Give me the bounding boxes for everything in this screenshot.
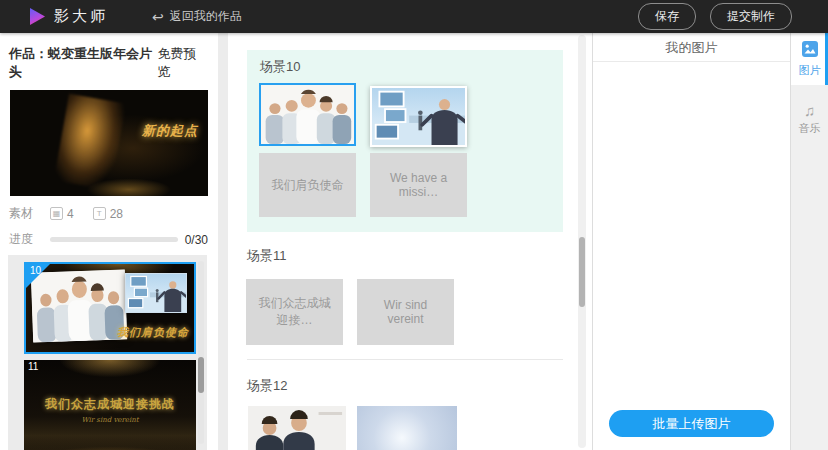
project-sidebar: 作品：蜕变重生版年会片头 免费预览 新的起点 素材 ▦ 4 T 28 进度 0/…: [0, 33, 218, 450]
thumbnail-caption: 我们众志成城迎接挑战: [24, 396, 196, 413]
scene-10-title: 场景10: [260, 58, 300, 76]
free-preview-link[interactable]: 免费预览: [158, 45, 208, 81]
scene-thumbnail-11[interactable]: 11 我们众志成城迎接挑战 Wir sind vereint: [24, 360, 196, 450]
text-count-icon: T: [93, 207, 106, 220]
app-window: 影大师 ↩ 返回我的作品 保存 提交制作 作品：蜕变重生版年会片头 免费预览 新…: [0, 0, 828, 450]
asset-tab-rail: 图片 ♫ 音乐: [790, 33, 828, 450]
project-header: 作品：蜕变重生版年会片头 免费预览: [0, 33, 218, 90]
app-title: 影大师: [54, 7, 108, 26]
progress-row: 进度 0/30: [9, 231, 208, 248]
sidebar-scrollbar-thumb[interactable]: [198, 357, 204, 393]
tab-images[interactable]: 图片: [791, 33, 828, 85]
scene-number-badge: 11: [28, 361, 38, 372]
scene-number-badge: 10: [30, 265, 41, 276]
back-arrow-icon: ↩: [152, 9, 164, 25]
scene-editor: 场景10: [228, 33, 592, 450]
scene-10-image-1[interactable]: [259, 83, 356, 146]
back-to-works-link[interactable]: ↩ 返回我的作品: [152, 8, 242, 25]
tab-music-label: 音乐: [791, 121, 828, 136]
tab-music[interactable]: ♫ 音乐: [791, 95, 828, 143]
project-title: 作品：蜕变重生版年会片头: [9, 45, 158, 81]
scene-11-title: 场景11: [247, 247, 287, 265]
scene-thumbnail-list: 10: [8, 255, 207, 450]
image-count: 4: [67, 207, 74, 221]
scene-12-image-1[interactable]: [248, 406, 346, 450]
panel-divider: [218, 33, 228, 450]
editor-scrollbar-thumb[interactable]: [579, 237, 585, 307]
topbar: 影大师 ↩ 返回我的作品 保存 提交制作: [0, 0, 828, 33]
my-images-title: 我的图片: [593, 33, 790, 62]
thumbnail-ground-art: [24, 433, 196, 450]
text-count: 28: [110, 207, 123, 221]
thumbnail-photo: [31, 269, 127, 342]
thumbnail-subcaption: Wir sind vereint: [24, 416, 196, 424]
scene-12-title: 场景12: [247, 377, 287, 395]
app-logo: 影大师: [30, 7, 108, 26]
progress-label: 进度: [9, 231, 33, 248]
scene-11-text-1[interactable]: 我们众志成城迎接…: [246, 279, 343, 345]
play-logo-icon: [30, 8, 45, 25]
materials-label: 素材: [9, 205, 33, 222]
thumbnail-screens-photo: [125, 273, 187, 313]
materials-row: 素材 ▦ 4 T 28: [9, 205, 208, 222]
scene-10-image-2[interactable]: [370, 86, 467, 147]
batch-upload-button[interactable]: 批量上传图片: [609, 410, 774, 437]
submit-production-button[interactable]: 提交制作: [710, 3, 792, 30]
image-count-icon: ▦: [50, 207, 63, 220]
scene-thumbnail-10[interactable]: 10: [24, 262, 196, 354]
scene-10-text-2[interactable]: We have a missi…: [370, 153, 467, 217]
preview-artwork: [54, 94, 126, 191]
my-images-panel: 我的图片 批量上传图片: [592, 33, 790, 450]
back-label: 返回我的作品: [170, 8, 242, 25]
thumbnail-caption: 我们肩负使命: [117, 325, 189, 340]
progress-bar: [50, 237, 178, 242]
scene-12-image-2[interactable]: [357, 406, 457, 450]
video-preview[interactable]: 新的起点: [10, 90, 208, 196]
music-icon: ♫: [791, 103, 828, 119]
sidebar-scrollbar-track[interactable]: [198, 261, 204, 444]
preview-caption-text: 新的起点: [142, 122, 198, 140]
save-button[interactable]: 保存: [638, 3, 696, 30]
scene-11-text-2[interactable]: Wir sind vereint: [357, 279, 454, 345]
picture-icon: [802, 41, 818, 57]
tab-images-label: 图片: [791, 63, 828, 78]
scene-10-text-1[interactable]: 我们肩负使命: [259, 153, 356, 217]
progress-value: 0/30: [185, 233, 208, 247]
scene-divider: [247, 359, 563, 360]
